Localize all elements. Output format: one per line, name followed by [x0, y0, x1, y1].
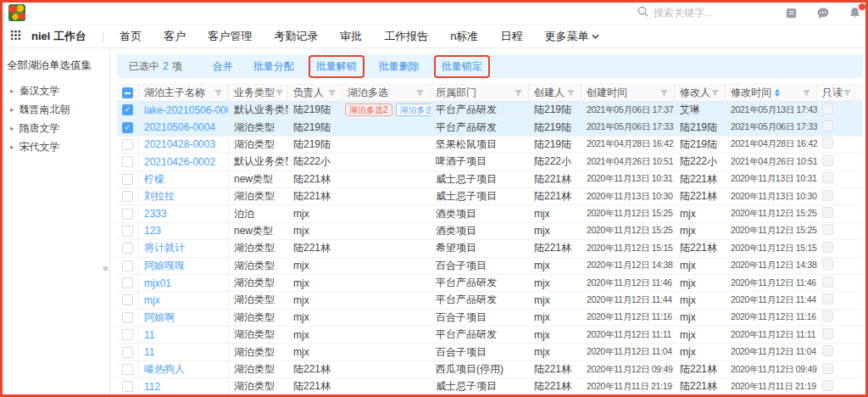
sidebar-collapse-handle[interactable]: «: [103, 262, 108, 274]
search-box[interactable]: [637, 0, 747, 25]
nav-item[interactable]: 客户管理: [208, 29, 252, 44]
filter-icon[interactable]: [802, 88, 811, 98]
row-checkbox[interactable]: [122, 243, 133, 254]
filter-icon[interactable]: [415, 88, 425, 98]
column-header-dept[interactable]: 所属部门: [431, 85, 529, 101]
column-header-tags[interactable]: 湖泊多选: [342, 85, 431, 101]
table-row[interactable]: 刘拉拉湖泊类型陆221林威士忌子项目陆221林2020年11月13日 10:30…: [117, 188, 863, 205]
row-checkbox[interactable]: [122, 329, 133, 340]
nav-item[interactable]: 审批: [340, 29, 362, 44]
cell-name[interactable]: 20210426-0002: [139, 154, 229, 170]
cell-name[interactable]: 嘬热狗人: [139, 361, 229, 377]
apps-grid-icon[interactable]: [10, 30, 21, 43]
readonly-checkbox[interactable]: [822, 224, 833, 235]
column-header-readonly[interactable]: 只读: [817, 85, 854, 101]
readonly-checkbox[interactable]: [822, 155, 833, 166]
cell-name[interactable]: 2333: [139, 205, 229, 221]
filter-icon[interactable]: [710, 88, 720, 98]
cell-name[interactable]: mjx: [139, 292, 229, 308]
table-row[interactable]: 11湖泊类型mjx平台产品研发mjx2020年11月12日 11:11mjx20…: [117, 327, 863, 344]
readonly-checkbox[interactable]: [822, 328, 833, 339]
toolbar-action-合并[interactable]: 合并: [213, 59, 233, 74]
row-checkbox[interactable]: [122, 174, 133, 185]
nav-item-more-menu[interactable]: 更多菜单: [544, 29, 599, 44]
column-header-modified[interactable]: 修改时间: [726, 85, 817, 101]
readonly-checkbox[interactable]: [822, 363, 833, 374]
cell-name[interactable]: 11: [139, 344, 229, 360]
readonly-checkbox[interactable]: [822, 190, 833, 201]
table-row[interactable]: ✓lake-20210506-0005默认业务类型陆219陆湖泊多选2湖泊多选1…: [117, 102, 863, 119]
cell-name[interactable]: 阿娘啊: [139, 310, 229, 326]
column-header-owner[interactable]: 负责人: [288, 85, 342, 101]
table-row[interactable]: mjx湖泊类型mjx平台产品研发mjx2020年11月12日 11:44mjx2…: [117, 292, 863, 309]
table-row[interactable]: 柠檬new类型陆221林威士忌子项目陆221林2020年11月13日 10:31…: [117, 171, 863, 188]
table-row[interactable]: 20210426-0002默认业务类型陆222小啤酒子项目陆222小2021年0…: [117, 154, 863, 171]
readonly-checkbox[interactable]: [822, 207, 833, 218]
nav-item[interactable]: 客户: [164, 29, 186, 44]
cell-name[interactable]: 柠檬: [139, 171, 229, 187]
sidebar-tree-item[interactable]: ▸秦汉文学: [7, 81, 103, 100]
toolbar-action-批量分配[interactable]: 批量分配: [253, 59, 294, 74]
table-row[interactable]: ✓20210506-0004湖泊类型陆219陆平台产品研发陆219陆2021年0…: [117, 119, 863, 136]
filter-icon[interactable]: [275, 88, 284, 98]
row-checkbox[interactable]: [122, 209, 133, 220]
cell-name[interactable]: 123: [139, 223, 229, 239]
nav-item[interactable]: 首页: [120, 29, 142, 44]
cell-name[interactable]: 20210506-0004: [139, 119, 229, 135]
nav-item[interactable]: 日程: [500, 29, 522, 44]
sidebar-tree-item[interactable]: ▸隋唐文学: [7, 119, 103, 137]
readonly-checkbox[interactable]: [822, 294, 833, 305]
tree-expand-icon[interactable]: ▸: [10, 105, 14, 114]
readonly-checkbox[interactable]: [822, 259, 833, 270]
toolbar-action-批量锁定[interactable]: 批量锁定: [442, 60, 482, 72]
readonly-checkbox[interactable]: [822, 172, 833, 183]
message-icon[interactable]: [816, 7, 830, 20]
multi-select-tag[interactable]: 湖泊多选2: [345, 103, 392, 116]
cell-name[interactable]: 将计就计: [139, 240, 229, 256]
cell-name[interactable]: lake-20210506-0005: [139, 102, 229, 118]
select-all-checkbox[interactable]: [122, 87, 133, 98]
filter-icon[interactable]: [566, 88, 576, 98]
readonly-checkbox[interactable]: [822, 277, 833, 288]
column-header-created[interactable]: 创建时间: [581, 85, 675, 101]
tree-expand-icon[interactable]: ▸: [10, 124, 14, 132]
readonly-checkbox[interactable]: [822, 103, 833, 115]
column-header-type[interactable]: 业务类型: [229, 85, 288, 101]
readonly-checkbox[interactable]: [822, 242, 833, 253]
readonly-checkbox[interactable]: [822, 310, 833, 322]
readonly-checkbox[interactable]: [822, 137, 833, 148]
cell-name[interactable]: 阿娘嘎嘎: [139, 258, 229, 274]
search-input[interactable]: [654, 7, 747, 19]
table-row[interactable]: mjx01湖泊类型mjx平台产品研发mjx2020年11月12日 11:46mj…: [117, 275, 863, 292]
column-header-name[interactable]: 湖泊主子名称: [139, 85, 229, 101]
filter-icon[interactable]: [514, 88, 523, 98]
filter-icon[interactable]: [843, 88, 852, 98]
row-checkbox[interactable]: [122, 381, 133, 392]
cell-name[interactable]: 20210428-0003: [139, 137, 229, 153]
readonly-checkbox[interactable]: [822, 120, 833, 131]
toolbar-action-批量解锁[interactable]: 批量解锁: [316, 60, 357, 72]
row-checkbox[interactable]: [122, 364, 133, 375]
row-checkbox[interactable]: [122, 191, 133, 202]
multi-select-tag[interactable]: 湖泊多选1: [396, 103, 431, 116]
row-checkbox[interactable]: [122, 260, 133, 271]
readonly-checkbox[interactable]: [822, 380, 833, 391]
app-logo[interactable]: [8, 4, 25, 21]
nav-item[interactable]: n标准: [450, 29, 478, 44]
row-checkbox[interactable]: ✓: [122, 104, 133, 115]
notebook-icon[interactable]: [785, 7, 798, 20]
row-checkbox[interactable]: [122, 347, 133, 358]
row-checkbox[interactable]: ✓: [122, 122, 133, 133]
cell-name[interactable]: 112: [139, 378, 229, 394]
table-row[interactable]: 2333泊泊mjx酒类项目mjx2020年11月12日 15:25mjx2020…: [117, 205, 863, 222]
table-row[interactable]: 123new类型mjx酒类项目mjx2020年11月12日 15:25mjx20…: [117, 223, 863, 240]
sidebar-tree-item[interactable]: ▸宋代文学: [7, 137, 103, 156]
column-header-creator[interactable]: 创建人: [529, 85, 581, 101]
bell-icon[interactable]: [849, 6, 861, 20]
cell-name[interactable]: mjx01: [139, 275, 229, 291]
table-row[interactable]: 嘬热狗人湖泊类型陆221林西瓜项目(停用)陆221林2020年11月12日 09…: [117, 361, 863, 378]
row-checkbox[interactable]: [122, 277, 133, 288]
readonly-checkbox[interactable]: [822, 345, 833, 356]
sidebar-tree-item[interactable]: ▸魏晋南北朝: [7, 100, 103, 119]
table-row[interactable]: 阿娘嘎嘎湖泊类型mjx百合子项目mjx2020年11月12日 14:38mjx2…: [117, 258, 863, 275]
